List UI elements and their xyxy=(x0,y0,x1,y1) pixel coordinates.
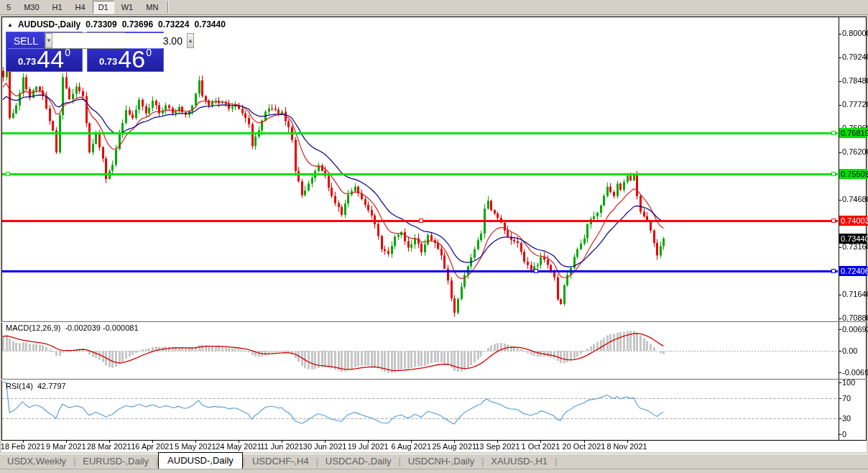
date-axis-label: 13 Sep 2021 xyxy=(475,442,520,451)
date-axis-label: 20 Oct 2021 xyxy=(563,442,606,451)
buy-price-big: 46 xyxy=(118,48,145,70)
ohlc-high: 0.73696 xyxy=(122,19,153,29)
timeframe-button-5[interactable]: 5 xyxy=(1,1,17,14)
price-axis-tick: 0.74680 xyxy=(842,195,868,203)
horizontal-level-line[interactable] xyxy=(2,173,838,175)
mt4-window: 5M30H1H4D1W1MN ▲ AUDUSD-,Daily 0.73309 0… xyxy=(0,0,868,473)
ohlc-close: 0.73440 xyxy=(194,19,225,29)
rsi-axis-tick: 30 xyxy=(842,414,851,423)
volume-control: ▼ ▲ xyxy=(45,32,125,49)
date-axis-label: 24 May 2021 xyxy=(216,442,262,451)
chart-tab-usdx[interactable]: USDX,Weekly xyxy=(0,454,73,469)
chart-tab-xauusd[interactable]: XAUUSD-,H1 xyxy=(484,454,555,469)
date-axis-label: 11 Jun 2021 xyxy=(260,442,303,451)
price-axis-tick: 0.76200 xyxy=(842,147,868,156)
buy-price-sup: 0 xyxy=(146,47,152,58)
tab-separator: | xyxy=(555,456,557,469)
chart-tab-usdchf[interactable]: USDCHF-,H4 xyxy=(245,454,316,469)
date-axis-label: 1 Oct 2021 xyxy=(522,442,560,451)
price-axis-tick: 0.77720 xyxy=(842,100,868,109)
line-drag-handle[interactable] xyxy=(831,172,836,176)
collapse-triangle-icon[interactable]: ▲ xyxy=(7,22,13,28)
date-axis-label: 16 Apr 2021 xyxy=(131,442,173,451)
date-axis-label: 9 Mar 2021 xyxy=(46,442,86,451)
macd-axis-tick: 0.00 xyxy=(842,346,857,355)
chart-tab-audusd[interactable]: AUDUSD-,Daily xyxy=(158,452,243,469)
rsi-axis-tick: 100 xyxy=(842,378,855,387)
symbol-period-label: AUDUSD-,Daily xyxy=(18,19,80,29)
sell-price: 0.73 44 0 xyxy=(6,47,82,70)
price-axis-tick: 0.71640 xyxy=(842,290,868,298)
date-axis-label: 19 Jul 2021 xyxy=(348,442,389,451)
volume-input[interactable] xyxy=(52,33,187,48)
date-axis-label: 18 Feb 2021 xyxy=(1,442,45,451)
line-drag-handle[interactable] xyxy=(534,269,538,273)
buy-price-small: 0.73 xyxy=(99,56,117,67)
rsi-axis-tick: 70 xyxy=(842,394,851,403)
bottom-strip xyxy=(0,469,868,473)
timeframe-button-mn[interactable]: MN xyxy=(140,1,164,14)
ohlc-open: 0.73309 xyxy=(86,19,116,29)
current-price-badge: 0.73440 xyxy=(839,234,867,244)
line-drag-handle[interactable] xyxy=(831,219,836,223)
level-price-badge: 0.76819 xyxy=(839,128,867,138)
chart-tab-bar: USDX,Weekly|EURUSD-,Daily|AUDUSD-,Daily|… xyxy=(0,454,868,469)
price-axis-tick: 0.79240 xyxy=(842,52,868,61)
macd-pane-label: MACD(12,26,9) -0.002039 -0.000081 xyxy=(6,323,139,332)
rsi-axis-tick: 0 xyxy=(842,430,846,438)
chart-title: ▲ AUDUSD-,Daily 0.73309 0.73696 0.73224 … xyxy=(7,19,226,29)
one-click-trading-panel: SELL 0.73 44 0 BUY 0.73 46 0 ▼ ▲ xyxy=(6,32,164,72)
horizontal-level-line[interactable] xyxy=(2,132,838,134)
volume-increase-button[interactable]: ▲ xyxy=(187,33,194,48)
timeframe-button-h1[interactable]: H1 xyxy=(47,1,68,14)
line-drag-handle[interactable] xyxy=(419,219,423,223)
date-axis-label: 30 Jun 2021 xyxy=(303,442,347,451)
timeframe-toolbar: 5M30H1H4D1W1MN xyxy=(0,0,868,15)
rsi-value: 42.7797 xyxy=(37,382,66,390)
price-axis-tick: 0.80000 xyxy=(842,29,868,37)
date-axis-label: 8 Nov 2021 xyxy=(606,442,647,451)
horizontal-level-line[interactable] xyxy=(2,270,838,272)
date-axis-label: 6 Aug 2021 xyxy=(391,442,431,451)
price-axis-tick: 0.70880 xyxy=(842,313,868,322)
macd-title: MACD(12,26,9) xyxy=(6,323,60,332)
sell-price-big: 44 xyxy=(37,48,64,70)
timeframe-button-w1[interactable]: W1 xyxy=(116,1,139,14)
timeframe-button-h4[interactable]: H4 xyxy=(70,1,91,14)
ohlc-low: 0.73224 xyxy=(158,19,189,29)
rsi-title: RSI(14) xyxy=(6,382,33,390)
date-axis-label: 5 May 2021 xyxy=(175,442,216,451)
rsi-pane-label: RSI(14) 42.7797 xyxy=(6,382,66,390)
buy-price: 0.73 46 0 xyxy=(88,47,163,70)
volume-decrease-button[interactable]: ▼ xyxy=(45,33,52,48)
line-drag-handle[interactable] xyxy=(831,131,836,135)
timeframe-button-d1[interactable]: D1 xyxy=(93,1,114,14)
chart-tab-usdcnh[interactable]: USDCNH-,Daily xyxy=(401,454,481,469)
macd-axis-tick: 0.006936 xyxy=(842,325,868,334)
date-axis-label: 28 Mar 2021 xyxy=(87,442,131,451)
macd-axis-tick: -0.006993 xyxy=(842,368,868,377)
chart-tab-eurusd[interactable]: EURUSD-,Daily xyxy=(75,454,156,469)
level-price-badge: 0.72406 xyxy=(839,266,867,276)
toolbar-separator xyxy=(167,1,169,13)
date-axis-label: 25 Aug 2021 xyxy=(432,442,476,451)
line-drag-handle[interactable] xyxy=(6,172,10,176)
chart-tab-usdcad[interactable]: USDCAD-,Daily xyxy=(318,454,399,469)
price-axis-tick: 0.78480 xyxy=(842,76,868,85)
timeframe-button-m30[interactable]: M30 xyxy=(18,1,45,14)
line-drag-handle[interactable] xyxy=(831,269,836,273)
level-price-badge: 0.75509 xyxy=(839,169,867,179)
sell-price-small: 0.73 xyxy=(18,56,36,67)
macd-values: -0.002039 -0.000081 xyxy=(65,323,138,332)
level-price-badge: 0.74003 xyxy=(839,216,867,226)
